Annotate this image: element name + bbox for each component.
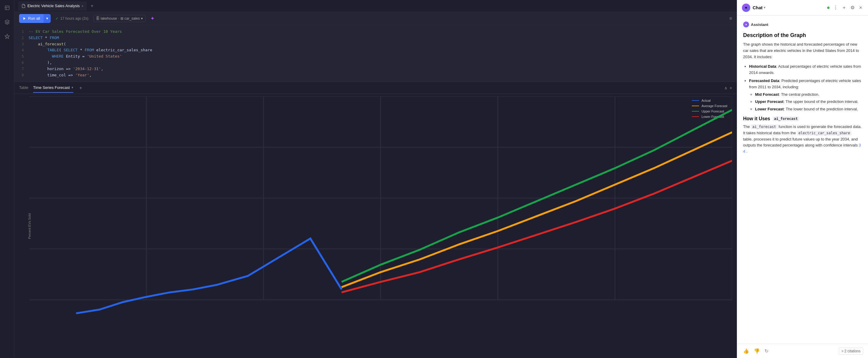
- chat-footer: 👍 👎 ↻ > 2 citations: [737, 344, 868, 358]
- chat-header-actions: ⋮ + ⚙ ×: [827, 4, 863, 12]
- sublist-lower: Lower Forecast: The lower bound of the p…: [755, 106, 862, 113]
- chat-section1-title: Description of the Graph: [743, 32, 862, 38]
- tab-ev-analysis[interactable]: Electric Vehicle Sales Analysis ×: [18, 1, 87, 11]
- chat-panel: ✦ Chat ▾ ⋮ + ⚙ × ✦ Assistant Description…: [737, 0, 868, 358]
- db-label: lakehouse: [101, 17, 117, 21]
- toolbar-right: ≡: [730, 16, 732, 21]
- list-item-forecasted: Forecasted Data: Predicted percentages o…: [749, 78, 862, 113]
- tab-add-btn[interactable]: +: [88, 2, 96, 10]
- thumbs-up-btn[interactable]: 👍: [742, 347, 750, 355]
- assistant-badge-label: Assistant: [751, 22, 769, 27]
- thumbs-down-btn[interactable]: 👎: [753, 347, 761, 355]
- output-panel: Table Time Series Forecast ▾ + ∧ × Perce…: [14, 82, 737, 358]
- citation-4[interactable]: 4: [743, 149, 745, 154]
- chat-logo-icon: ✦: [742, 4, 750, 12]
- code-line-2: 2 SELECT * FROM: [14, 35, 737, 41]
- tab-time-series-forecast[interactable]: Time Series Forecast ▾: [33, 83, 73, 93]
- chat-header: ✦ Chat ▾ ⋮ + ⚙ ×: [737, 0, 868, 16]
- tab-close-btn[interactable]: ×: [82, 4, 84, 8]
- refresh-btn[interactable]: ↻: [764, 347, 770, 355]
- collapse-btn[interactable]: ∧: [724, 86, 727, 90]
- svg-rect-0: [5, 6, 9, 10]
- chat-settings-btn[interactable]: ⚙: [849, 4, 856, 12]
- run-all-dropdown[interactable]: ▾: [43, 14, 51, 23]
- toolbar-meta: ✓ 17 hours ago (2s): [56, 17, 88, 21]
- output-tabs: Table Time Series Forecast ▾ + ∧ ×: [14, 82, 737, 94]
- sidebar-icon-sparkle[interactable]: [3, 32, 11, 40]
- table-dropdown-icon: ▾: [141, 17, 143, 21]
- list-item-historical: Historical Data: Actual percentages of e…: [749, 64, 862, 76]
- assistant-badge: ✦ Assistant: [743, 22, 862, 27]
- run-time: 17 hours ago (2s): [60, 17, 88, 21]
- chat-dropdown-icon[interactable]: ▾: [764, 6, 766, 9]
- chat-sub-list: Mid Forecast: The central prediction. Up…: [749, 92, 862, 113]
- citations-label: > 2 citations: [841, 349, 861, 353]
- lakehouse-selector[interactable]: 🗄 lakehouse · ⊞ car_sales ▾: [93, 15, 146, 22]
- section2-inline-title-code: ai_forecast: [773, 116, 799, 121]
- citations-button[interactable]: > 2 citations: [839, 348, 863, 355]
- tab-label: Electric Vehicle Sales Analysis: [27, 4, 80, 8]
- sidebar-icon-layers[interactable]: [3, 18, 11, 26]
- code-line-8: 8 time_col => 'Year',: [14, 72, 737, 79]
- sidebar-icon-files[interactable]: [3, 4, 11, 12]
- menu-button[interactable]: ≡: [730, 16, 732, 21]
- assistant-badge-icon: ✦: [743, 22, 749, 27]
- chat-footer-left: 👍 👎 ↻: [742, 347, 770, 355]
- sparkle-button[interactable]: ✦: [150, 15, 155, 22]
- sublist-upper: Upper Forecast: The upper bound of the p…: [755, 99, 862, 105]
- chat-list1: Historical Data: Actual percentages of e…: [743, 64, 862, 113]
- run-all-button[interactable]: Run all ▾: [19, 14, 51, 23]
- output-tab-add[interactable]: +: [79, 85, 82, 91]
- table-label: car_sales: [125, 17, 140, 21]
- run-all-main[interactable]: Run all: [19, 14, 43, 23]
- code-line-4: 4 TABLE( SELECT * FROM electric_car_sale…: [14, 47, 737, 53]
- code-line-5: 5 WHERE Entity = 'United States': [14, 53, 737, 60]
- db-separator: ·: [118, 17, 119, 21]
- tab-table[interactable]: Table: [19, 83, 28, 93]
- sidebar: [0, 0, 14, 358]
- chat-add-btn[interactable]: +: [841, 4, 846, 12]
- sublist-mid: Mid Forecast: The central prediction.: [755, 92, 862, 98]
- table-icon: ⊞: [120, 17, 123, 21]
- svg-marker-1: [24, 17, 26, 20]
- chart-svg-wrapper: 5 10 15 20 25: [29, 96, 732, 351]
- code-line-7: 7 horizon => '2034-12-31',: [14, 66, 737, 72]
- citation-3[interactable]: 3: [859, 143, 861, 147]
- chat-section1-text: The graph shows the historical and forec…: [743, 41, 862, 60]
- chart-svg: 5 10 15 20 25: [29, 96, 732, 351]
- chat-content[interactable]: ✦ Assistant Description of the Graph The…: [737, 16, 868, 344]
- chat-title-row: Chat ▾: [753, 5, 766, 10]
- chat-section2-text: The ai_forecast function is used to gene…: [743, 124, 862, 155]
- status-check: ✓: [56, 17, 58, 21]
- chart-area: Percent EVs Sold Actual Average Forecast…: [14, 94, 737, 358]
- inline-ai-forecast: ai_forecast: [751, 124, 777, 129]
- chat-section2-title: How it Uses ai_forecast: [743, 116, 862, 121]
- chat-more-btn[interactable]: ⋮: [832, 4, 839, 12]
- tab-bar: Electric Vehicle Sales Analysis × +: [14, 0, 737, 12]
- toolbar: Run all ▾ ✓ 17 hours ago (2s) 🗄 lakehous…: [14, 12, 737, 25]
- chat-title: Chat: [753, 5, 763, 10]
- code-editor[interactable]: 1 -- EV Car Sales Forecasted Over 10 Yea…: [14, 25, 737, 82]
- code-line-1: 1 -- EV Car Sales Forecasted Over 10 Yea…: [14, 29, 737, 35]
- db-icon: 🗄: [96, 17, 99, 21]
- code-line-3: 3 ai_forecast(: [14, 41, 737, 48]
- status-indicator: [827, 6, 830, 9]
- tab-dropdown-icon[interactable]: ▾: [71, 86, 73, 90]
- inline-table-name: electric_car_sales_share: [797, 131, 851, 136]
- main-content: Electric Vehicle Sales Analysis × + Run …: [14, 0, 737, 358]
- close-output-btn[interactable]: ×: [730, 86, 732, 90]
- output-tab-actions: ∧ ×: [724, 86, 732, 90]
- chat-close-btn[interactable]: ×: [858, 4, 863, 12]
- code-line-6: 6 ),: [14, 60, 737, 66]
